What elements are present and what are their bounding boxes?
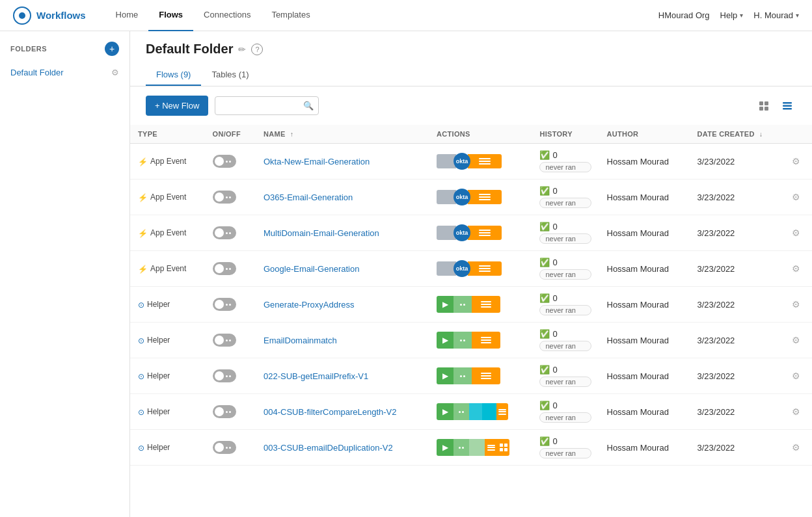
history-num-4: 0 <box>552 293 557 303</box>
cell-settings-2: ⚙ <box>784 215 812 251</box>
org-selector[interactable]: HMourad Org <box>658 10 710 20</box>
tab-flows[interactable]: Flows (9) <box>146 64 201 86</box>
cell-settings-1: ⚙ <box>784 179 812 215</box>
nav-flows[interactable]: Flows <box>148 0 193 31</box>
type-icon-0: ⚡ <box>138 157 148 166</box>
col-name[interactable]: NAME ↑ <box>256 125 429 144</box>
nav-home[interactable]: Home <box>105 0 149 31</box>
cell-type-4: ⊙ Helper <box>130 287 205 323</box>
never-ran-badge-3: never ran <box>539 269 591 280</box>
folder-edit-icon[interactable]: ✏ <box>238 44 246 55</box>
nav-connections[interactable]: Connections <box>193 0 261 31</box>
table-row: ⊙ Helper 004-CSUB-filterCompareLength-V2 <box>130 394 812 430</box>
toolbar: + New Flow 🔍 <box>130 86 812 125</box>
never-ran-badge-0: never ran <box>539 162 591 172</box>
nav-links: Home Flows Connections Templates <box>105 0 658 31</box>
list-view-button[interactable] <box>778 97 796 115</box>
svg-rect-5 <box>783 105 792 107</box>
row-settings-icon-6[interactable]: ⚙ <box>792 371 800 381</box>
row-settings-icon-4[interactable]: ⚙ <box>792 299 800 310</box>
new-flow-button[interactable]: + New Flow <box>146 96 208 116</box>
svg-rect-6 <box>783 108 792 110</box>
cell-settings-6: ⚙ <box>784 358 812 394</box>
cell-name-3[interactable]: Google-Email-Generation <box>256 251 429 287</box>
type-label-3: App Event <box>150 264 186 273</box>
folder-help-icon[interactable]: ? <box>251 44 263 55</box>
col-settings <box>784 125 812 144</box>
col-onoff: ON/OFF <box>205 125 256 144</box>
nav-templates[interactable]: Templates <box>261 0 320 31</box>
cell-date-6: 3/23/2022 <box>690 358 784 394</box>
flow-name-link-0[interactable]: Okta-New-Email-Generation <box>264 157 370 166</box>
svg-rect-8 <box>504 444 508 447</box>
svg-rect-4 <box>783 102 792 104</box>
col-date[interactable]: DATE CREATED ↓ <box>690 125 784 144</box>
row-settings-icon-1[interactable]: ⚙ <box>792 192 800 202</box>
flow-name-link-3[interactable]: Google-Email-Generation <box>264 264 359 274</box>
table-header: TYPE ON/OFF NAME ↑ ACTIONS HISTORY AUTHO… <box>130 125 812 144</box>
cell-name-7[interactable]: 004-CSUB-filterCompareLength-V2 <box>256 394 429 430</box>
help-menu[interactable]: Help ▾ <box>720 10 744 20</box>
flow-toggle-0[interactable] <box>213 155 236 168</box>
flow-name-link-6[interactable]: 022-SUB-getEmailPrefix-V1 <box>264 371 368 381</box>
flow-name-link-8[interactable]: 003-CSUB-emailDeDuplication-V2 <box>264 443 393 453</box>
cell-name-0[interactable]: Okta-New-Email-Generation <box>256 144 429 179</box>
flow-toggle-3[interactable] <box>213 262 236 275</box>
flow-toggle-7[interactable] <box>213 405 236 418</box>
cell-name-8[interactable]: 003-CSUB-emailDeDuplication-V2 <box>256 430 429 466</box>
row-settings-icon-3[interactable]: ⚙ <box>792 263 800 274</box>
flow-toggle-1[interactable] <box>213 191 236 204</box>
flow-toggle-8[interactable] <box>213 441 236 454</box>
flow-name-link-7[interactable]: 004-CSUB-filterCompareLength-V2 <box>264 407 396 417</box>
cell-name-2[interactable]: MultiDomain-Email-Generation <box>256 215 429 251</box>
flow-name-link-1[interactable]: O365-Email-Generation <box>264 192 353 202</box>
flow-toggle-4[interactable] <box>213 298 236 311</box>
tab-tables[interactable]: Tables (1) <box>201 64 259 86</box>
never-ran-badge-8: never ran <box>539 448 591 458</box>
flow-name-link-4[interactable]: Generate-ProxyAddress <box>264 300 354 310</box>
folder-settings-icon[interactable]: ⚙ <box>111 68 119 77</box>
cell-settings-8: ⚙ <box>784 430 812 466</box>
cell-settings-7: ⚙ <box>784 394 812 430</box>
cell-author-2: Hossam Mourad <box>599 215 690 251</box>
cell-toggle-5 <box>205 323 256 358</box>
cell-actions-8: ▶ <box>429 430 532 466</box>
cell-name-4[interactable]: Generate-ProxyAddress <box>256 287 429 323</box>
cell-actions-3: okta <box>429 251 532 287</box>
user-menu[interactable]: H. Mourad ▾ <box>753 10 799 20</box>
type-label-0: App Event <box>150 157 186 166</box>
type-label-7: Helper <box>147 407 170 416</box>
cell-history-5: ✅ 0 never ran <box>532 323 599 358</box>
never-ran-badge-7: never ran <box>539 412 591 423</box>
logo[interactable]: Workflows <box>13 7 86 25</box>
cell-history-1: ✅ 0 never ran <box>532 179 599 215</box>
row-settings-icon-5[interactable]: ⚙ <box>792 335 800 345</box>
flow-name-link-2[interactable]: MultiDomain-Email-Generation <box>264 228 379 238</box>
main-layout: FOLDERS + Default Folder ⚙ Default Folde… <box>0 31 812 517</box>
cell-toggle-1 <box>205 179 256 215</box>
type-icon-7: ⊙ <box>138 407 144 417</box>
add-folder-button[interactable]: + <box>105 42 119 56</box>
flow-toggle-2[interactable] <box>213 226 236 239</box>
row-settings-icon-0[interactable]: ⚙ <box>792 156 800 166</box>
cell-author-4: Hossam Mourad <box>599 287 690 323</box>
grid-view-button[interactable] <box>755 97 773 115</box>
cell-history-8: ✅ 0 never ran <box>532 430 599 466</box>
flow-name-link-5[interactable]: EmailDomainmatch <box>264 336 337 345</box>
row-settings-icon-2[interactable]: ⚙ <box>792 228 800 238</box>
sidebar-item-default-folder[interactable]: Default Folder ⚙ <box>0 64 129 81</box>
cell-name-5[interactable]: EmailDomainmatch <box>256 323 429 358</box>
cell-type-8: ⊙ Helper <box>130 430 205 466</box>
cell-name-6[interactable]: 022-SUB-getEmailPrefix-V1 <box>256 358 429 394</box>
cell-name-1[interactable]: O365-Email-Generation <box>256 179 429 215</box>
type-label-8: Helper <box>147 443 170 452</box>
date-sort-arrow: ↓ <box>759 131 763 138</box>
cell-author-1: Hossam Mourad <box>599 179 690 215</box>
row-settings-icon-8[interactable]: ⚙ <box>792 442 800 453</box>
cell-toggle-4 <box>205 287 256 323</box>
row-settings-icon-7[interactable]: ⚙ <box>792 406 800 417</box>
flow-toggle-5[interactable] <box>213 334 236 347</box>
cell-date-4: 3/23/2022 <box>690 287 784 323</box>
never-ran-badge-6: never ran <box>539 377 591 387</box>
flow-toggle-6[interactable] <box>213 369 236 382</box>
